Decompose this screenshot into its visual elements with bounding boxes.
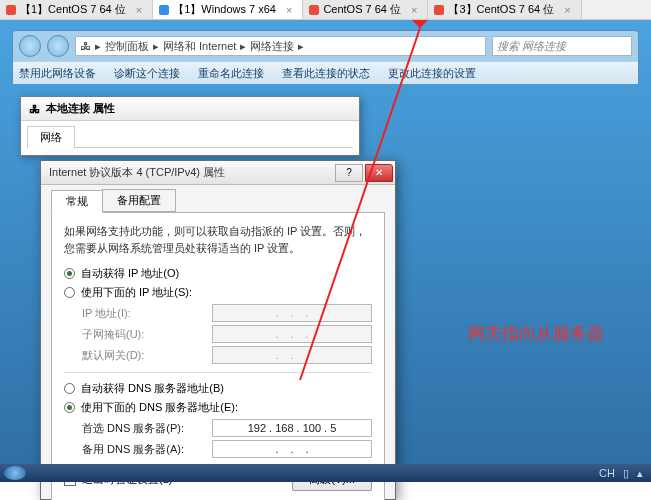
svg-marker-1 — [412, 20, 428, 28]
explorer-window: 🖧 ▸ 控制面板 ▸ 网络和 Internet ▸ 网络连接 ▸ 搜索 网络连接… — [12, 30, 639, 82]
radio-icon — [64, 287, 75, 298]
breadcrumb[interactable]: 网络和 Internet — [163, 39, 236, 54]
address-bar[interactable]: 🖧 ▸ 控制面板 ▸ 网络和 Internet ▸ 网络连接 ▸ — [75, 36, 486, 56]
ip-input: ... — [212, 304, 372, 322]
close-icon[interactable]: × — [136, 4, 142, 16]
titlebar[interactable]: Internet 协议版本 4 (TCP/IPv4) 属性 ? ✕ — [41, 161, 395, 185]
start-button[interactable] — [4, 466, 26, 480]
linux-icon — [309, 5, 319, 15]
toolbar-rename[interactable]: 重命名此连接 — [198, 66, 264, 81]
toolbar-change[interactable]: 更改此连接的设置 — [388, 66, 476, 81]
radio-icon — [64, 268, 75, 279]
gateway-input: ... — [212, 346, 372, 364]
system-tray[interactable]: CH ▯ ▴ — [599, 467, 651, 480]
vm-tab-centos1[interactable]: 【1】CentOS 7 64 位× — [0, 0, 153, 19]
vm-tab-centos3[interactable]: 【3】CentOS 7 64 位× — [428, 0, 581, 19]
close-icon[interactable]: × — [411, 4, 417, 16]
toolbar-diagnose[interactable]: 诊断这个连接 — [114, 66, 180, 81]
label-dns2: 备用 DNS 服务器(A): — [82, 442, 212, 457]
back-button[interactable] — [19, 35, 41, 57]
radio-auto-dns[interactable]: 自动获得 DNS 服务器地址(B) — [64, 381, 372, 396]
radio-icon — [64, 383, 75, 394]
nic-icon: 🖧 — [29, 103, 40, 115]
vm-tab-centos2[interactable]: CentOS 7 64 位× — [303, 0, 428, 19]
tab-network[interactable]: 网络 — [27, 126, 75, 148]
linux-icon — [6, 5, 16, 15]
mask-input: ... — [212, 325, 372, 343]
description-text: 如果网络支持此功能，则可以获取自动指派的 IP 设置。否则，您需要从网络系统管理… — [64, 223, 372, 256]
tray-icon[interactable]: ▯ — [623, 467, 629, 480]
radio-auto-ip[interactable]: 自动获得 IP 地址(O) — [64, 266, 372, 281]
ime-indicator[interactable]: CH — [599, 467, 615, 479]
windows-icon — [159, 5, 169, 15]
forward-button[interactable] — [47, 35, 69, 57]
close-icon[interactable]: × — [564, 4, 570, 16]
local-connection-props-window: 🖧本地连接 属性 网络 — [20, 96, 360, 156]
window-title: 🖧本地连接 属性 — [21, 97, 359, 121]
annotation-text: 网关指向从服务器 — [468, 322, 604, 345]
vm-tab-win7[interactable]: 【1】Windows 7 x64× — [153, 0, 303, 19]
breadcrumb[interactable]: 网络连接 — [250, 39, 294, 54]
close-icon[interactable]: × — [286, 4, 292, 16]
radio-manual-dns[interactable]: 使用下面的 DNS 服务器地址(E): — [64, 400, 372, 415]
label-ip: IP 地址(I): — [82, 306, 212, 321]
tab-general[interactable]: 常规 — [51, 190, 103, 213]
breadcrumb[interactable]: 控制面板 — [105, 39, 149, 54]
preferred-dns-input[interactable]: 192 . 168 . 100 . 5 — [212, 419, 372, 437]
ipv4-properties-dialog: Internet 协议版本 4 (TCP/IPv4) 属性 ? ✕ 常规 备用配… — [40, 160, 396, 500]
network-icon: 🖧 — [80, 40, 91, 52]
explorer-toolbar: 禁用此网络设备 诊断这个连接 重命名此连接 查看此连接的状态 更改此连接的设置 — [13, 62, 638, 84]
dialog-title: Internet 协议版本 4 (TCP/IPv4) 属性 — [49, 165, 335, 180]
radio-manual-ip[interactable]: 使用下面的 IP 地址(S): — [64, 285, 372, 300]
label-mask: 子网掩码(U): — [82, 327, 212, 342]
radio-icon — [64, 402, 75, 413]
help-button[interactable]: ? — [335, 164, 363, 182]
alternate-dns-input[interactable]: ... — [212, 440, 372, 458]
search-input[interactable]: 搜索 网络连接 — [492, 36, 632, 56]
tab-alternate[interactable]: 备用配置 — [102, 189, 176, 212]
taskbar[interactable]: CH ▯ ▴ — [0, 464, 651, 482]
label-dns1: 首选 DNS 服务器(P): — [82, 421, 212, 436]
toolbar-disable[interactable]: 禁用此网络设备 — [19, 66, 96, 81]
close-button[interactable]: ✕ — [365, 164, 393, 182]
label-gateway: 默认网关(D): — [82, 348, 212, 363]
tray-icon[interactable]: ▴ — [637, 467, 643, 480]
linux-icon — [434, 5, 444, 15]
toolbar-status[interactable]: 查看此连接的状态 — [282, 66, 370, 81]
vm-tab-bar: 【1】CentOS 7 64 位× 【1】Windows 7 x64× Cent… — [0, 0, 651, 20]
desktop: 🖧 ▸ 控制面板 ▸ 网络和 Internet ▸ 网络连接 ▸ 搜索 网络连接… — [0, 20, 651, 482]
